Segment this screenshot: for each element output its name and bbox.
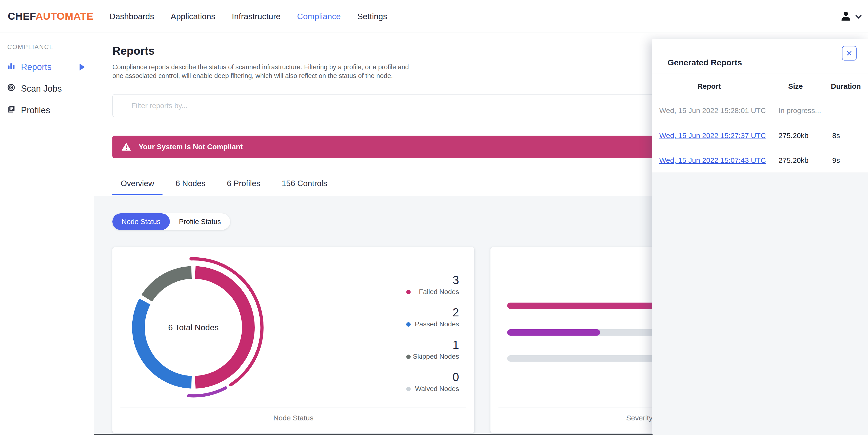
card-footer-divider [120, 407, 466, 408]
passed-count: 2 [386, 307, 459, 319]
sidebar-item-label: Scan Jobs [21, 83, 62, 94]
banner-message: Your System is Not Compliant [139, 143, 243, 151]
profiles-stack-icon [7, 105, 16, 116]
report-row-duration: 8s [832, 131, 840, 140]
legend-item-passed[interactable]: 2 Passed Nodes [386, 307, 459, 328]
failed-dot-icon [406, 290, 411, 294]
column-header-report: Report [698, 82, 721, 91]
close-button[interactable] [842, 46, 857, 61]
nav-applications[interactable]: Applications [170, 12, 215, 21]
tab-nodes[interactable]: 6 Nodes [167, 179, 214, 195]
nav-compliance[interactable]: Compliance [297, 12, 341, 21]
scan-target-icon [7, 83, 16, 94]
app-root: CHEFAUTOMATE Dashboards Applications Inf… [0, 0, 868, 435]
top-navbar: CHEFAUTOMATE Dashboards Applications Inf… [0, 0, 868, 33]
chef-automate-logo[interactable]: CHEFAUTOMATE [8, 10, 93, 22]
tab-profiles[interactable]: 6 Profiles [218, 179, 269, 195]
tab-controls[interactable]: 156 Controls [273, 179, 336, 195]
legend-item-failed[interactable]: 3 Failed Nodes [386, 274, 459, 295]
failed-label: Failed Nodes [386, 289, 459, 295]
page-title: Reports [113, 44, 155, 57]
sidebar-item-reports[interactable]: Reports [7, 62, 94, 72]
waived-count: 0 [386, 371, 459, 383]
report-tabs: Overview 6 Nodes 6 Profiles 156 Controls [113, 179, 336, 195]
skipped-label: Skipped Nodes [386, 353, 459, 360]
passed-label: Passed Nodes [386, 321, 459, 328]
bar-chart-icon [7, 62, 16, 72]
node-status-legend: 3 Failed Nodes 2 Passed Nodes 1 Skipped … [386, 274, 459, 404]
passed-dot-icon [406, 322, 411, 327]
sidebar-item-scan-jobs[interactable]: Scan Jobs [7, 83, 94, 94]
node-status-card-label: Node Status [113, 414, 474, 422]
compliance-sidebar: COMPLIANCE Reports Scan Jobs Profiles [0, 33, 94, 435]
node-status-card: 6 Total Nodes 3 Failed Nodes 2 Passed No… [113, 247, 474, 433]
main-nav: Dashboards Applications Infrastructure C… [110, 12, 387, 21]
severity-bar-major-fill [507, 329, 600, 336]
brand-automate: AUTOMATE [35, 10, 93, 22]
sidebar-section-label: COMPLIANCE [7, 43, 94, 51]
tab-overview[interactable]: Overview [113, 179, 162, 195]
skipped-dot-icon [406, 355, 411, 359]
column-header-size: Size [788, 82, 803, 91]
column-header-duration: Duration [831, 82, 861, 91]
submenu-arrow-icon[interactable] [80, 64, 85, 70]
nav-infrastructure[interactable]: Infrastructure [232, 12, 280, 21]
node-status-toggle[interactable]: Node Status [113, 213, 170, 230]
profile-status-toggle[interactable]: Profile Status [170, 213, 230, 230]
sidebar-item-label: Reports [21, 62, 52, 72]
user-menu[interactable] [840, 0, 861, 33]
waived-dot-icon [406, 387, 411, 391]
skipped-count: 1 [386, 339, 459, 351]
report-row-date: Wed, 15 Jun 2022 15:28:01 UTC [659, 106, 766, 115]
nav-settings[interactable]: Settings [358, 12, 387, 21]
status-toggle-group: Node Status Profile Status [113, 213, 230, 230]
report-row-link[interactable]: Wed, 15 Jun 2022 15:27:37 UTC [659, 131, 766, 140]
warning-triangle-icon [121, 142, 131, 152]
report-row-duration: 9s [832, 156, 840, 165]
legend-item-waived[interactable]: 0 Waived Nodes [386, 371, 459, 392]
sidebar-item-label: Profiles [21, 105, 50, 115]
report-row-size: In progress... [778, 106, 821, 115]
report-row-size: 275.20kb [778, 156, 808, 165]
close-x-icon [846, 50, 853, 57]
sidebar-item-profiles[interactable]: Profiles [7, 105, 94, 116]
generated-reports-panel: Generated Reports Report Size Duration W… [652, 39, 868, 435]
page-description: Compliance reports describe the status o… [113, 63, 419, 80]
waived-label: Waived Nodes [386, 386, 459, 392]
legend-item-skipped[interactable]: 1 Skipped Nodes [386, 339, 459, 360]
panel-title: Generated Reports [668, 58, 742, 67]
nav-dashboards[interactable]: Dashboards [110, 12, 154, 21]
brand-chef: CHEF [8, 10, 35, 22]
severity-card-label: Severity [626, 414, 652, 422]
report-row-link[interactable]: Wed, 15 Jun 2022 15:07:43 UTC [659, 156, 766, 165]
report-row-size: 275.20kb [778, 131, 808, 140]
failed-count: 3 [386, 274, 459, 286]
person-icon [840, 10, 852, 23]
donut-center-label: 6 Total Nodes [120, 255, 267, 400]
panel-header-divider [652, 73, 868, 73]
chevron-down-icon [855, 12, 862, 19]
